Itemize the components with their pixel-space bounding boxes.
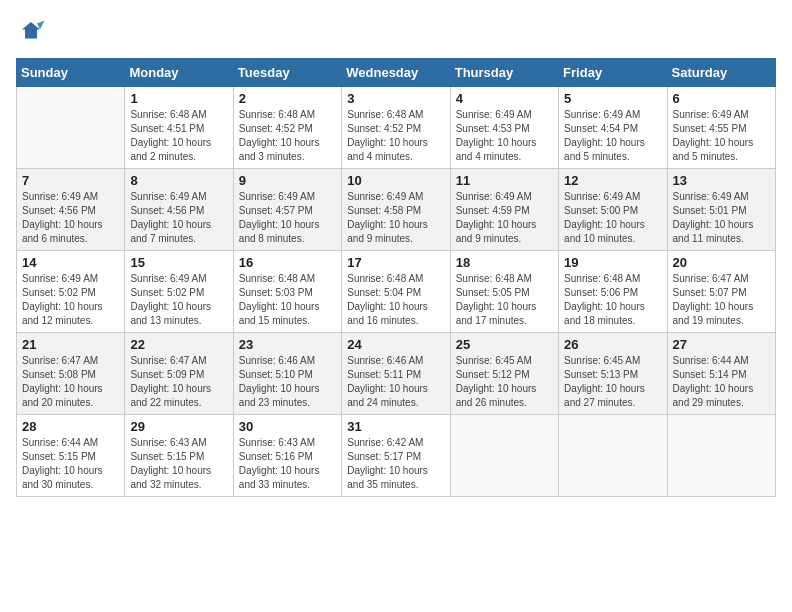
day-number: 18 — [456, 255, 553, 270]
day-number: 10 — [347, 173, 444, 188]
day-info: Sunrise: 6:43 AM Sunset: 5:15 PM Dayligh… — [130, 436, 227, 492]
logo-icon — [16, 16, 46, 46]
day-info: Sunrise: 6:49 AM Sunset: 4:56 PM Dayligh… — [130, 190, 227, 246]
day-number: 20 — [673, 255, 770, 270]
page-header — [16, 16, 776, 46]
calendar-header-row: SundayMondayTuesdayWednesdayThursdayFrid… — [17, 59, 776, 87]
calendar-week-row: 21Sunrise: 6:47 AM Sunset: 5:08 PM Dayli… — [17, 333, 776, 415]
day-number: 22 — [130, 337, 227, 352]
day-number: 15 — [130, 255, 227, 270]
calendar-header-monday: Monday — [125, 59, 233, 87]
day-number: 8 — [130, 173, 227, 188]
day-number: 5 — [564, 91, 661, 106]
day-info: Sunrise: 6:48 AM Sunset: 4:52 PM Dayligh… — [347, 108, 444, 164]
calendar-cell: 8Sunrise: 6:49 AM Sunset: 4:56 PM Daylig… — [125, 169, 233, 251]
day-info: Sunrise: 6:45 AM Sunset: 5:13 PM Dayligh… — [564, 354, 661, 410]
day-info: Sunrise: 6:49 AM Sunset: 4:58 PM Dayligh… — [347, 190, 444, 246]
calendar-week-row: 28Sunrise: 6:44 AM Sunset: 5:15 PM Dayli… — [17, 415, 776, 497]
logo — [16, 16, 50, 46]
day-number: 7 — [22, 173, 119, 188]
calendar-cell: 10Sunrise: 6:49 AM Sunset: 4:58 PM Dayli… — [342, 169, 450, 251]
calendar-cell: 3Sunrise: 6:48 AM Sunset: 4:52 PM Daylig… — [342, 87, 450, 169]
day-number: 6 — [673, 91, 770, 106]
day-number: 29 — [130, 419, 227, 434]
calendar-cell: 5Sunrise: 6:49 AM Sunset: 4:54 PM Daylig… — [559, 87, 667, 169]
day-info: Sunrise: 6:49 AM Sunset: 4:54 PM Dayligh… — [564, 108, 661, 164]
calendar-cell: 13Sunrise: 6:49 AM Sunset: 5:01 PM Dayli… — [667, 169, 775, 251]
day-number: 24 — [347, 337, 444, 352]
day-number: 31 — [347, 419, 444, 434]
day-info: Sunrise: 6:46 AM Sunset: 5:11 PM Dayligh… — [347, 354, 444, 410]
calendar-week-row: 7Sunrise: 6:49 AM Sunset: 4:56 PM Daylig… — [17, 169, 776, 251]
calendar-cell: 19Sunrise: 6:48 AM Sunset: 5:06 PM Dayli… — [559, 251, 667, 333]
day-number: 12 — [564, 173, 661, 188]
calendar-cell — [17, 87, 125, 169]
calendar-cell: 9Sunrise: 6:49 AM Sunset: 4:57 PM Daylig… — [233, 169, 341, 251]
calendar-cell: 4Sunrise: 6:49 AM Sunset: 4:53 PM Daylig… — [450, 87, 558, 169]
calendar-cell: 12Sunrise: 6:49 AM Sunset: 5:00 PM Dayli… — [559, 169, 667, 251]
day-number: 26 — [564, 337, 661, 352]
calendar-cell: 14Sunrise: 6:49 AM Sunset: 5:02 PM Dayli… — [17, 251, 125, 333]
calendar-cell — [450, 415, 558, 497]
day-info: Sunrise: 6:49 AM Sunset: 5:02 PM Dayligh… — [130, 272, 227, 328]
day-info: Sunrise: 6:47 AM Sunset: 5:07 PM Dayligh… — [673, 272, 770, 328]
day-number: 9 — [239, 173, 336, 188]
day-info: Sunrise: 6:48 AM Sunset: 4:52 PM Dayligh… — [239, 108, 336, 164]
day-number: 16 — [239, 255, 336, 270]
calendar-cell: 24Sunrise: 6:46 AM Sunset: 5:11 PM Dayli… — [342, 333, 450, 415]
day-info: Sunrise: 6:49 AM Sunset: 4:57 PM Dayligh… — [239, 190, 336, 246]
day-info: Sunrise: 6:49 AM Sunset: 4:53 PM Dayligh… — [456, 108, 553, 164]
calendar-cell: 31Sunrise: 6:42 AM Sunset: 5:17 PM Dayli… — [342, 415, 450, 497]
day-number: 1 — [130, 91, 227, 106]
day-number: 11 — [456, 173, 553, 188]
calendar-cell — [667, 415, 775, 497]
day-info: Sunrise: 6:47 AM Sunset: 5:09 PM Dayligh… — [130, 354, 227, 410]
calendar-cell: 22Sunrise: 6:47 AM Sunset: 5:09 PM Dayli… — [125, 333, 233, 415]
calendar-header-sunday: Sunday — [17, 59, 125, 87]
calendar-cell: 2Sunrise: 6:48 AM Sunset: 4:52 PM Daylig… — [233, 87, 341, 169]
calendar-cell: 26Sunrise: 6:45 AM Sunset: 5:13 PM Dayli… — [559, 333, 667, 415]
day-number: 14 — [22, 255, 119, 270]
day-info: Sunrise: 6:48 AM Sunset: 5:04 PM Dayligh… — [347, 272, 444, 328]
calendar-week-row: 14Sunrise: 6:49 AM Sunset: 5:02 PM Dayli… — [17, 251, 776, 333]
calendar-header-thursday: Thursday — [450, 59, 558, 87]
day-number: 4 — [456, 91, 553, 106]
calendar-cell: 16Sunrise: 6:48 AM Sunset: 5:03 PM Dayli… — [233, 251, 341, 333]
day-info: Sunrise: 6:42 AM Sunset: 5:17 PM Dayligh… — [347, 436, 444, 492]
day-number: 25 — [456, 337, 553, 352]
day-number: 13 — [673, 173, 770, 188]
day-info: Sunrise: 6:49 AM Sunset: 5:00 PM Dayligh… — [564, 190, 661, 246]
calendar-header-saturday: Saturday — [667, 59, 775, 87]
calendar-table: SundayMondayTuesdayWednesdayThursdayFrid… — [16, 58, 776, 497]
calendar-cell: 27Sunrise: 6:44 AM Sunset: 5:14 PM Dayli… — [667, 333, 775, 415]
svg-marker-0 — [22, 22, 40, 39]
day-number: 27 — [673, 337, 770, 352]
day-number: 21 — [22, 337, 119, 352]
calendar-header-tuesday: Tuesday — [233, 59, 341, 87]
calendar-cell: 11Sunrise: 6:49 AM Sunset: 4:59 PM Dayli… — [450, 169, 558, 251]
day-info: Sunrise: 6:48 AM Sunset: 4:51 PM Dayligh… — [130, 108, 227, 164]
calendar-cell: 30Sunrise: 6:43 AM Sunset: 5:16 PM Dayli… — [233, 415, 341, 497]
calendar-cell: 23Sunrise: 6:46 AM Sunset: 5:10 PM Dayli… — [233, 333, 341, 415]
day-info: Sunrise: 6:48 AM Sunset: 5:03 PM Dayligh… — [239, 272, 336, 328]
calendar-cell: 25Sunrise: 6:45 AM Sunset: 5:12 PM Dayli… — [450, 333, 558, 415]
calendar-cell: 18Sunrise: 6:48 AM Sunset: 5:05 PM Dayli… — [450, 251, 558, 333]
calendar-cell: 20Sunrise: 6:47 AM Sunset: 5:07 PM Dayli… — [667, 251, 775, 333]
calendar-cell — [559, 415, 667, 497]
calendar-week-row: 1Sunrise: 6:48 AM Sunset: 4:51 PM Daylig… — [17, 87, 776, 169]
day-info: Sunrise: 6:43 AM Sunset: 5:16 PM Dayligh… — [239, 436, 336, 492]
day-info: Sunrise: 6:49 AM Sunset: 5:02 PM Dayligh… — [22, 272, 119, 328]
calendar-header-wednesday: Wednesday — [342, 59, 450, 87]
day-number: 3 — [347, 91, 444, 106]
day-info: Sunrise: 6:45 AM Sunset: 5:12 PM Dayligh… — [456, 354, 553, 410]
day-info: Sunrise: 6:49 AM Sunset: 4:56 PM Dayligh… — [22, 190, 119, 246]
day-info: Sunrise: 6:49 AM Sunset: 4:59 PM Dayligh… — [456, 190, 553, 246]
day-number: 28 — [22, 419, 119, 434]
day-number: 23 — [239, 337, 336, 352]
calendar-cell: 28Sunrise: 6:44 AM Sunset: 5:15 PM Dayli… — [17, 415, 125, 497]
day-info: Sunrise: 6:44 AM Sunset: 5:15 PM Dayligh… — [22, 436, 119, 492]
calendar-cell: 1Sunrise: 6:48 AM Sunset: 4:51 PM Daylig… — [125, 87, 233, 169]
day-info: Sunrise: 6:48 AM Sunset: 5:06 PM Dayligh… — [564, 272, 661, 328]
calendar-cell: 6Sunrise: 6:49 AM Sunset: 4:55 PM Daylig… — [667, 87, 775, 169]
day-info: Sunrise: 6:46 AM Sunset: 5:10 PM Dayligh… — [239, 354, 336, 410]
